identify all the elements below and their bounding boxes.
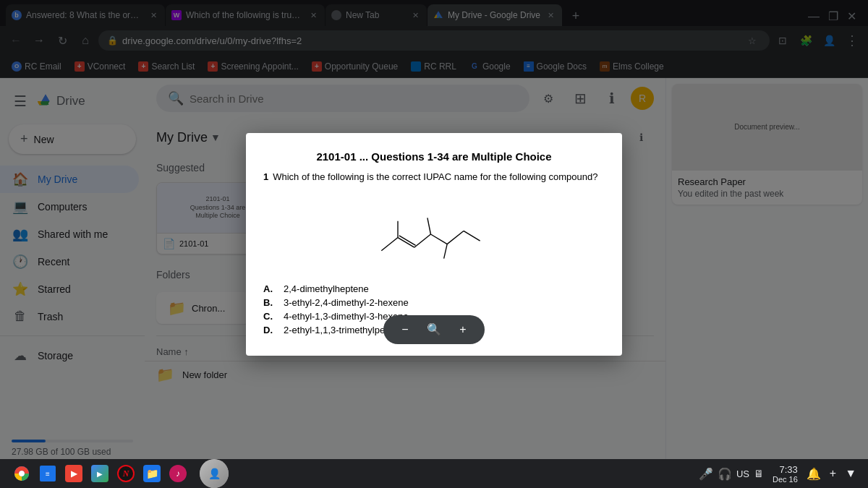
question-number: 1 bbox=[263, 171, 268, 182]
chemical-svg bbox=[362, 194, 506, 274]
chrome-icon bbox=[13, 465, 30, 482]
answer-letter-d: D. bbox=[263, 325, 278, 335]
svg-line-9 bbox=[464, 231, 480, 241]
taskbar: ≡ ▶ ▶ N 📁 ♪ bbox=[0, 459, 868, 488]
svg-line-0 bbox=[381, 237, 398, 250]
play-icon: ▶ bbox=[91, 465, 109, 482]
chemical-structure bbox=[263, 191, 605, 278]
image-overlay[interactable]: ← 🖼 IMG_1328.jpg ⊡ + 🖨 ⋮ 2101-01 ... Que… bbox=[0, 0, 868, 488]
svg-line-5 bbox=[430, 234, 447, 244]
taskbar-youtube[interactable]: ▶ bbox=[64, 463, 84, 484]
answer-row-b: B. 3-ethyl-2,4-dimethyl-2-hexene bbox=[263, 297, 605, 308]
taskbar-music[interactable]: ♪ bbox=[168, 463, 188, 484]
taskbar-chrome[interactable] bbox=[12, 463, 32, 484]
taskbar-files[interactable]: 📁 bbox=[142, 463, 162, 484]
image-modal: ← 🖼 IMG_1328.jpg ⊡ + 🖨 ⋮ 2101-01 ... Que… bbox=[246, 133, 622, 356]
notification-icon[interactable]: 🔔 bbox=[807, 467, 821, 481]
taskbar-left: ≡ ▶ ▶ N 📁 ♪ bbox=[12, 463, 188, 484]
svg-line-8 bbox=[444, 244, 448, 258]
zoom-search-button[interactable]: 🔍 bbox=[424, 320, 444, 340]
question-body: Which of the following is the correct IU… bbox=[273, 171, 597, 182]
svg-point-11 bbox=[19, 471, 25, 476]
docs-icon: ≡ bbox=[40, 466, 56, 481]
svg-line-6 bbox=[447, 231, 464, 244]
answer-text-b: 3-ethyl-2,4-dimethyl-2-hexene bbox=[284, 297, 409, 308]
clock-area: 7:33 Dec 16 bbox=[773, 464, 798, 484]
lang-indicator: US bbox=[736, 468, 749, 479]
taskbar-profile-photo: 👤 bbox=[200, 459, 229, 488]
question-text: Which of the following is the correct IU… bbox=[273, 171, 597, 182]
svg-line-2 bbox=[399, 235, 416, 245]
youtube-icon: ▶ bbox=[65, 465, 82, 482]
taskbar-date: Dec 16 bbox=[773, 475, 798, 484]
answer-row-a: A. 2,4-dimethylheptene bbox=[263, 283, 605, 294]
taskbar-docs[interactable]: ≡ bbox=[38, 463, 58, 484]
modal-toolbar: − 🔍 + bbox=[383, 315, 485, 344]
mic-icon[interactable]: 🎤 bbox=[699, 467, 713, 481]
taskbar-netflix[interactable]: N bbox=[116, 463, 136, 484]
svg-line-1 bbox=[398, 237, 414, 247]
display-icon[interactable]: 🖥 bbox=[754, 468, 764, 479]
document-content: 2101-01 ... Questions 1-34 are Multiple … bbox=[263, 150, 605, 335]
add-icon[interactable]: + bbox=[830, 467, 836, 480]
answer-letter-c: C. bbox=[263, 311, 278, 322]
answer-letter-b: B. bbox=[263, 297, 278, 308]
zoom-out-button[interactable]: − bbox=[395, 320, 415, 340]
music-icon: ♪ bbox=[169, 465, 187, 482]
headphone-icon[interactable]: 🎧 bbox=[718, 467, 732, 481]
netflix-icon: N bbox=[117, 465, 135, 482]
taskbar-play[interactable]: ▶ bbox=[90, 463, 110, 484]
taskbar-time: 7:33 bbox=[780, 464, 798, 475]
svg-line-3 bbox=[414, 234, 431, 247]
profile-avatar: 👤 bbox=[200, 459, 229, 488]
wifi-icon[interactable]: ▼ bbox=[845, 467, 856, 480]
zoom-in-button[interactable]: + bbox=[453, 320, 473, 340]
document-title: 2101-01 ... Questions 1-34 are Multiple … bbox=[263, 150, 605, 163]
svg-line-7 bbox=[427, 218, 431, 234]
answer-text-a: 2,4-dimethylheptene bbox=[284, 283, 369, 294]
files-icon: 📁 bbox=[143, 465, 161, 482]
taskbar-system-icons: 🎤 🎧 US 🖥 bbox=[699, 467, 764, 481]
question-block: 1 Which of the following is the correct … bbox=[263, 171, 605, 182]
taskbar-right: 🎤 🎧 US 🖥 7:33 Dec 16 🔔 + ▼ bbox=[699, 464, 856, 484]
answer-letter-a: A. bbox=[263, 283, 278, 294]
